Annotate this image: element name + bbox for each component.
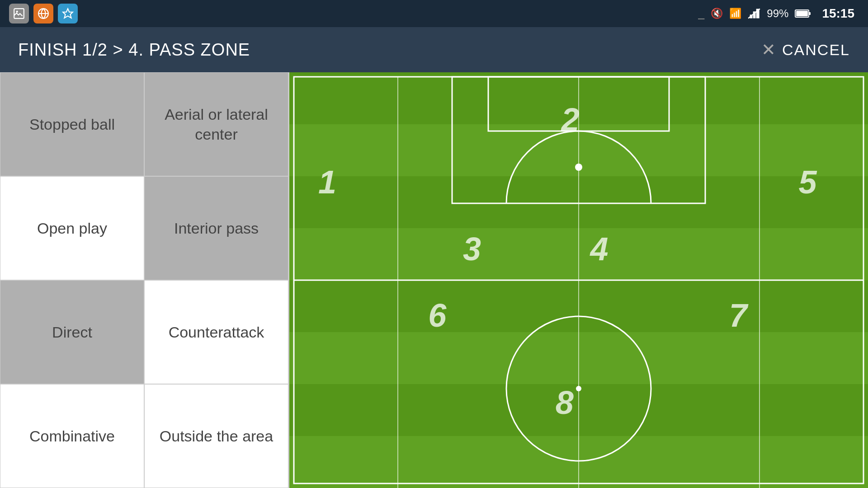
cancel-x-icon: ✕	[761, 40, 777, 60]
zone-label-7[interactable]: 7	[729, 297, 747, 334]
menu-item-interior-pass[interactable]: Interior pass	[144, 176, 288, 280]
page-title: FINISH 1/2 > 4. PASS ZONE	[18, 40, 250, 60]
menu-item-stopped-ball[interactable]: Stopped ball	[0, 72, 144, 176]
status-icons: ⎯ 🔇 📶 99% 15:15	[698, 6, 854, 21]
svg-rect-9	[809, 12, 811, 15]
zone-label-8[interactable]: 8	[556, 384, 574, 421]
menu-item-aerial-lateral[interactable]: Aerial or lateral center	[144, 72, 288, 176]
browser-app-icon[interactable]	[33, 4, 53, 23]
svg-rect-5	[753, 11, 756, 18]
svg-rect-6	[750, 14, 753, 18]
battery-label: 99%	[767, 7, 788, 20]
cancel-label: CANCEL	[782, 41, 850, 59]
signal-icon	[748, 7, 760, 20]
menu-item-direct[interactable]: Direct	[0, 280, 144, 384]
main-content: Stopped ball Aerial or lateral center Op…	[0, 72, 868, 488]
svg-rect-4	[756, 9, 760, 19]
football-field: 1 2 3 4 5 6 7 8	[289, 72, 868, 488]
wifi-icon: 📶	[729, 8, 741, 19]
menu-item-combinative[interactable]: Combinative	[0, 384, 144, 488]
bluetooth-off-icon: ⎯	[698, 7, 704, 20]
zone-label-3[interactable]: 3	[463, 230, 481, 267]
cancel-button[interactable]: ✕ CANCEL	[761, 40, 850, 60]
zone-label-5[interactable]: 5	[798, 164, 816, 201]
battery-icon	[795, 9, 811, 19]
svg-point-20	[575, 164, 582, 171]
zone-label-6[interactable]: 6	[428, 297, 446, 334]
mute-icon: 🔇	[711, 8, 723, 19]
svg-marker-3	[63, 9, 73, 18]
svg-rect-8	[796, 11, 808, 16]
zone-label-4[interactable]: 4	[590, 230, 609, 267]
menu-item-counterattack[interactable]: Counterattack	[144, 280, 288, 384]
time-display: 15:15	[822, 6, 854, 21]
zone-label-2[interactable]: 2	[561, 101, 580, 138]
svg-point-22	[576, 386, 581, 391]
gallery-app-icon[interactable]	[9, 4, 29, 23]
menu-item-open-play[interactable]: Open play	[0, 176, 144, 280]
menu-item-outside-area[interactable]: Outside the area	[144, 384, 288, 488]
zone-label-1[interactable]: 1	[318, 164, 336, 201]
svg-point-1	[16, 11, 18, 13]
left-panel: Stopped ball Aerial or lateral center Op…	[0, 72, 289, 488]
status-bar: ⎯ 🔇 📶 99% 15:15	[0, 0, 868, 27]
blue-app-icon[interactable]	[58, 4, 78, 23]
header-bar: FINISH 1/2 > 4. PASS ZONE ✕ CANCEL	[0, 27, 868, 72]
